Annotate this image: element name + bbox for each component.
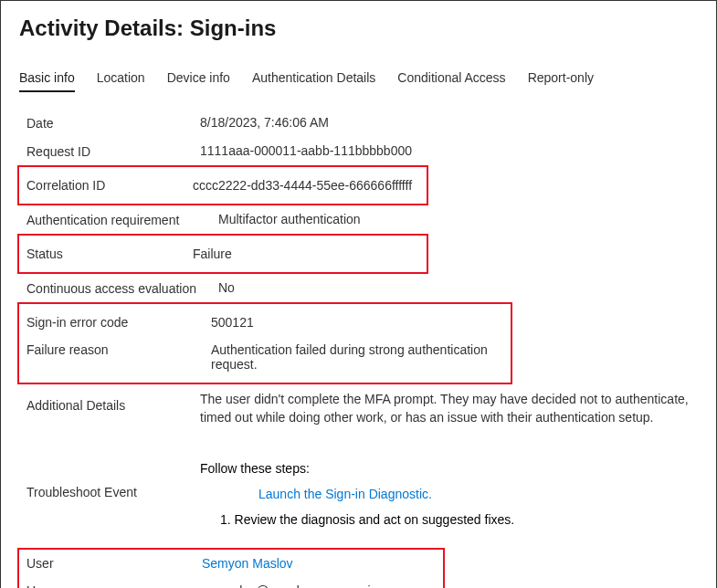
label-status: Status <box>26 247 193 261</box>
detail-rows: Date 8/18/2023, 7:46:06 AM Request ID 11… <box>19 109 698 588</box>
highlight-user-block: User Semyon Maslov Username semaslov@woo… <box>17 548 445 588</box>
label-user: User <box>26 556 202 571</box>
highlight-error-and-reason: Sign-in error code 500121 Failure reason… <box>17 302 512 384</box>
label-continuous-access-evaluation: Continuous access evaluation <box>26 280 218 296</box>
tab-authentication-details[interactable]: Authentication Details <box>252 70 375 92</box>
label-troubleshoot-event: Troubleshoot Event <box>26 461 200 527</box>
page-title: Activity Details: Sign-ins <box>19 16 698 41</box>
row-status: Status Failure <box>26 240 427 268</box>
label-request-id: Request ID <box>26 143 200 159</box>
label-additional-details: Additional Details <box>26 391 200 413</box>
value-date: 8/18/2023, 7:46:06 AM <box>200 115 698 130</box>
tab-report-only[interactable]: Report-only <box>528 70 594 92</box>
tab-basic-info[interactable]: Basic info <box>19 70 75 92</box>
troubleshoot-step-1: 1. Review the diagnosis and act on sugge… <box>200 512 698 527</box>
label-date: Date <box>26 115 200 131</box>
label-correlation-id: Correlation ID <box>26 178 193 193</box>
troubleshoot-follow-text: Follow these steps: <box>200 461 698 476</box>
highlight-status: Status Failure <box>17 234 428 274</box>
value-sign-in-error-code: 500121 <box>211 315 511 330</box>
value-continuous-access-evaluation: No <box>218 280 698 295</box>
tab-location[interactable]: Location <box>97 70 145 92</box>
launch-sign-in-diagnostic-link[interactable]: Launch the Sign-in Diagnostic. <box>200 487 698 501</box>
value-failure-reason: Authentication failed during strong auth… <box>211 342 511 372</box>
row-username: Username semaslov@woodgrovegroceries.com <box>26 577 443 588</box>
value-username: semaslov@woodgrovegroceries.com <box>202 583 443 588</box>
tab-device-info[interactable]: Device info <box>167 70 230 92</box>
row-correlation-id: Correlation ID cccc2222-dd33-4444-55ee-6… <box>26 172 427 199</box>
tabs: Basic info Location Device info Authenti… <box>19 70 698 92</box>
value-request-id: 1111aaa-000011-aabb-111bbbbb000 <box>200 143 698 158</box>
row-failure-reason: Failure reason Authentication failed dur… <box>26 336 511 378</box>
tab-conditional-access[interactable]: Conditional Access <box>397 70 505 92</box>
row-user: User Semyon Maslov <box>26 550 443 577</box>
row-continuous-access-evaluation: Continuous access evaluation No <box>19 274 698 302</box>
label-failure-reason: Failure reason <box>26 342 211 357</box>
label-authentication-requirement: Authentication requirement <box>26 212 218 227</box>
highlight-correlation-id: Correlation ID cccc2222-dd33-4444-55ee-6… <box>17 165 428 205</box>
row-request-id: Request ID 1111aaa-000011-aabb-111bbbbb0… <box>19 137 698 165</box>
value-status: Failure <box>193 247 427 261</box>
row-sign-in-error-code: Sign-in error code 500121 <box>26 309 511 336</box>
row-troubleshoot-event: Troubleshoot Event Follow these steps: L… <box>19 455 698 533</box>
value-additional-details: The user didn't complete the MFA prompt.… <box>200 391 698 426</box>
value-authentication-requirement: Multifactor authentication <box>218 212 698 226</box>
value-user-link[interactable]: Semyon Maslov <box>202 556 443 571</box>
row-date: Date 8/18/2023, 7:46:06 AM <box>19 109 698 137</box>
row-authentication-requirement: Authentication requirement Multifactor a… <box>19 205 698 234</box>
label-sign-in-error-code: Sign-in error code <box>26 315 211 330</box>
value-correlation-id: cccc2222-dd33-4444-55ee-666666ffffff <box>193 178 427 193</box>
row-additional-details: Additional Details The user didn't compl… <box>19 384 698 433</box>
label-username: Username <box>26 583 202 588</box>
